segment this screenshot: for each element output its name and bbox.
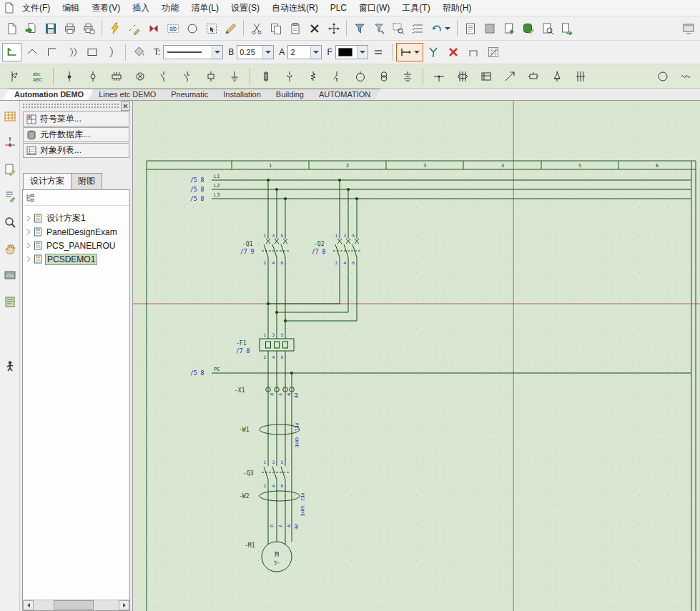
contact-nc-symbol-button[interactable] (177, 66, 197, 86)
polyline-tool-button[interactable] (22, 43, 41, 61)
window-button[interactable] (679, 19, 698, 38)
scroll-right-button[interactable] (119, 600, 129, 610)
resistor-symbol-button[interactable] (303, 66, 322, 86)
component-database-button[interactable]: 元件数据库... (23, 127, 129, 142)
bracket-button[interactable] (464, 43, 483, 61)
menu-functions[interactable]: 功能 (156, 0, 184, 16)
copy-button[interactable] (266, 19, 285, 38)
cursor-symbol-button[interactable] (4, 66, 24, 86)
cable-symbol-button[interactable] (453, 66, 472, 86)
text-size-caret[interactable] (310, 46, 321, 59)
print-pages-button[interactable] (79, 19, 99, 38)
database-edit-button[interactable] (518, 19, 538, 38)
delete-connection-button[interactable] (444, 43, 463, 61)
line-type-caret[interactable] (212, 46, 222, 59)
circle-tool-button[interactable] (182, 19, 202, 38)
page-tab-lines-etc-demo[interactable]: Lines etc DEMO (87, 89, 166, 100)
symbol-navigator-button[interactable] (1, 134, 19, 151)
area-tool-button[interactable] (202, 19, 221, 38)
page-tab-installation[interactable]: Installation (212, 89, 271, 100)
menu-insert[interactable]: 插入 (127, 0, 155, 16)
scrollbar-thumb[interactable] (54, 600, 94, 610)
measure-symbol-button[interactable] (500, 66, 519, 86)
branch-button[interactable] (424, 43, 443, 61)
text-abc-symbol-button[interactable]: abcABC (28, 66, 47, 86)
tree-item-paneldesignexample[interactable]: PanelDesignExam (23, 225, 129, 239)
lamp-symbol-button[interactable] (130, 66, 149, 86)
fuse-symbol-button[interactable] (256, 66, 275, 86)
panel-drag-handle[interactable] (20, 101, 132, 111)
connection-pin-button[interactable] (396, 43, 423, 61)
notes-button[interactable] (1, 293, 19, 310)
open-button[interactable] (21, 19, 41, 38)
plc-symbol-button[interactable] (476, 66, 496, 86)
image-button[interactable] (1, 267, 19, 284)
line-tool-button[interactable] (2, 43, 21, 61)
text-size-combo[interactable]: 2 (287, 45, 322, 59)
scrollbar-track[interactable] (34, 600, 119, 610)
filter-button[interactable] (369, 19, 388, 38)
symbols-button[interactable] (144, 19, 163, 38)
pen-tool-button[interactable] (221, 19, 240, 38)
line-draw-button[interactable] (124, 19, 144, 38)
menu-tools[interactable]: 工具(T) (396, 0, 435, 16)
contact-no-symbol-button[interactable] (154, 66, 173, 86)
menu-plc[interactable]: PLC (325, 1, 353, 15)
arc-tool-button[interactable] (102, 43, 122, 61)
three-phase-symbol-button[interactable] (571, 66, 590, 86)
plug-symbol-button[interactable] (280, 66, 299, 86)
color-combo[interactable] (335, 45, 368, 59)
scroll-left-button[interactable] (23, 600, 34, 610)
undo-dropdown-caret[interactable] (445, 27, 450, 30)
signal-symbol-button[interactable] (83, 66, 102, 86)
autoconnect-button[interactable] (105, 19, 124, 38)
junction-dot-symbol-button[interactable] (59, 66, 79, 86)
panel-horizontal-scrollbar[interactable] (23, 600, 129, 610)
transformer-symbol-button[interactable] (374, 66, 393, 86)
line-type-combo[interactable] (163, 45, 223, 59)
device-q3-switch[interactable]: -Q3 1 3 5 2 4 6 (243, 460, 285, 488)
panel-view-button[interactable] (480, 19, 499, 38)
drawing-canvas[interactable]: 1 2 3 4 5 6 (133, 101, 700, 611)
parallel-tool-button[interactable] (62, 43, 82, 61)
device-q2-breaker[interactable]: -Q2 /7 8 1 3 5 2 4 6 (312, 233, 359, 265)
menu-edit[interactable]: 编辑 (56, 0, 85, 16)
device-m1-motor[interactable]: -M1 M 3~ (245, 542, 292, 572)
line-width-caret[interactable] (262, 46, 273, 59)
menu-window[interactable]: 窗口(W) (353, 0, 395, 16)
tree-item-pcsdemo1[interactable]: PCSDEMO1 (23, 252, 129, 266)
parallel-lines-button[interactable] (369, 43, 388, 61)
menu-help[interactable]: 帮助(H) (437, 0, 478, 16)
terminal-strip-symbol-button[interactable] (107, 66, 126, 86)
switch-symbol-button[interactable] (327, 66, 346, 86)
text-tool-button[interactable]: ab (163, 19, 182, 38)
page-edit-button[interactable] (1, 161, 19, 178)
zoom-area-button[interactable] (388, 19, 408, 38)
device-w2-cable[interactable]: -W2 PE2 GNYE (239, 491, 305, 517)
page-search-button[interactable] (538, 19, 557, 38)
pan-button[interactable] (1, 240, 19, 257)
move-button[interactable] (324, 19, 343, 38)
snap-grid-button[interactable] (484, 43, 503, 61)
menu-autorouting[interactable]: 自动连线(R) (266, 0, 324, 16)
device-q1-breaker[interactable]: -Q1 /7 9 1 3 5 2 4 6 (240, 233, 287, 265)
diode-symbol-button[interactable] (547, 66, 566, 86)
checklist-button[interactable] (408, 19, 427, 38)
earth-symbol-button[interactable] (225, 66, 244, 86)
motor-symbol-button[interactable] (350, 66, 370, 86)
rect-tool-button[interactable] (82, 43, 102, 61)
pin-dropdown-caret[interactable] (414, 51, 420, 54)
save-button[interactable] (41, 19, 60, 38)
add-page-button[interactable] (499, 19, 518, 38)
undo-button[interactable] (427, 19, 454, 38)
fill-button[interactable] (129, 43, 149, 61)
tree-item-pcs-panelrouting[interactable]: PCS_PANELROU (23, 239, 129, 252)
cut-button[interactable] (247, 19, 266, 38)
symbol-menu-button[interactable]: 符号菜单... (23, 111, 129, 126)
page-tab-pneumatic[interactable]: Pneumatic (159, 89, 218, 100)
paste-button[interactable] (285, 19, 305, 38)
filter-down-button[interactable] (350, 19, 369, 38)
menu-file[interactable]: 文件(F) (16, 0, 56, 16)
figure-button[interactable] (1, 357, 19, 374)
tree-item-design-project1[interactable]: 设计方案1 (23, 212, 129, 225)
